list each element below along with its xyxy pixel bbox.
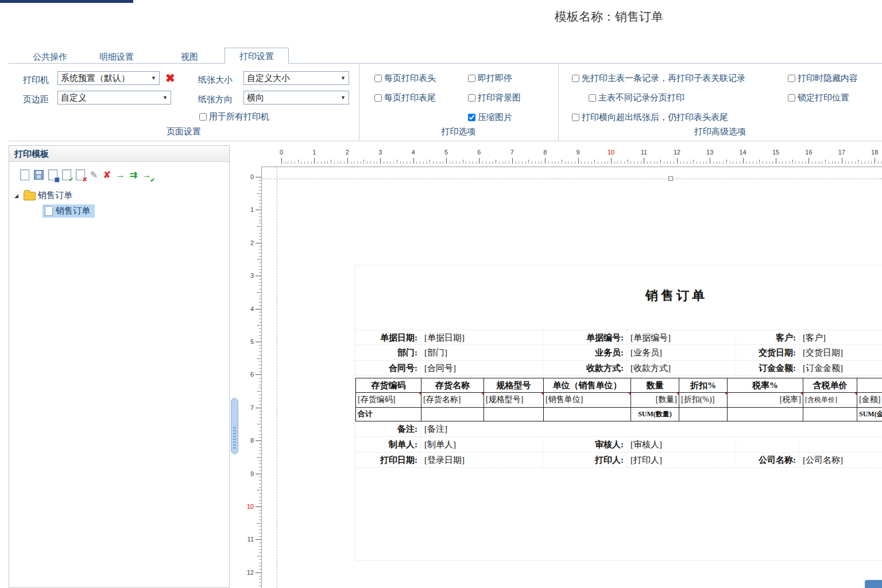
doc-field-value[interactable]: [收款方式] (627, 361, 736, 376)
enable-template-icon[interactable]: ✔ (62, 169, 71, 180)
doc-table-header-cell[interactable]: 税率% (728, 378, 803, 393)
doc-table-header-cell[interactable]: 含税单价 (803, 378, 857, 393)
import-template-icon[interactable]: → (115, 169, 126, 180)
tab-detail-settings[interactable]: 明细设置 (99, 52, 134, 63)
doc-field-value[interactable]: [单据日期] (421, 330, 543, 345)
doc-field-label[interactable]: 审核人: (543, 437, 627, 452)
doc-table-header-cell[interactable]: 存货编码 (356, 378, 421, 393)
doc-table-field-cell[interactable]: [折扣(%)] (679, 393, 728, 408)
doc-field-value[interactable]: [单据编号] (627, 330, 736, 345)
doc-field-label[interactable]: 单据日期: (355, 330, 421, 345)
doc-table-field-cell[interactable]: [数量] (631, 393, 679, 408)
doc-field-value[interactable]: [部门] (421, 345, 543, 361)
report-design-icon[interactable]: ▦ (48, 169, 57, 180)
doc-field-value[interactable]: [备注] (421, 421, 882, 437)
doc-field-label[interactable]: 客户: (736, 330, 799, 345)
checkbox-input[interactable] (572, 114, 579, 121)
doc-table-header-cell[interactable]: 单位（销售单位） (544, 378, 631, 393)
doc-table-field-cell[interactable]: [存货名称] (421, 393, 484, 408)
checkbox-print-footer-every-page[interactable]: 每页打印表尾 (374, 92, 436, 103)
tree-folder-row[interactable]: ◢ 销售订单 (9, 188, 229, 203)
panel-splitter-handle[interactable] (231, 398, 238, 454)
disable-template-icon[interactable]: ✘ (76, 169, 85, 180)
doc-field-label[interactable]: 部门: (355, 345, 421, 361)
doc-table-field-cell[interactable]: [存货编码] (356, 393, 421, 408)
doc-table-header-cell[interactable]: 存货名称 (421, 378, 484, 393)
tab-print-settings[interactable]: 打印设置 (225, 48, 289, 64)
checkbox-all-printers[interactable]: 用于所有打印机 (199, 111, 269, 122)
tree-item-row-selected[interactable]: 销售订单 (9, 203, 229, 218)
doc-field-label[interactable]: 交货日期: (736, 345, 799, 361)
checkbox-all-printers-input[interactable] (199, 113, 207, 121)
doc-table-sum-cell[interactable]: SUM(金额) (857, 408, 882, 421)
doc-field-value[interactable]: [客户] (799, 330, 882, 345)
doc-table-field-cell[interactable]: [含税单价] (803, 393, 857, 408)
printer-select[interactable]: 系统预置（默认） ▼ (57, 71, 160, 85)
doc-field-label[interactable]: 合同号: (355, 361, 421, 376)
doc-table-sum-cell[interactable]: 合计 (356, 408, 421, 421)
checkbox-input[interactable] (589, 94, 596, 102)
doc-table-field-cell[interactable]: [税率] (728, 393, 803, 408)
tab-view[interactable]: 视图 (181, 52, 198, 63)
new-template-icon[interactable] (20, 169, 29, 180)
page-width-handle[interactable] (668, 176, 673, 181)
checkbox-input[interactable] (468, 114, 475, 121)
tree-expander-icon[interactable]: ◢ (14, 193, 21, 199)
doc-table-header-cell[interactable]: 折扣% (679, 378, 728, 393)
export-template-icon[interactable]: ⇉ (128, 169, 139, 180)
checkbox-input[interactable] (468, 94, 475, 102)
checkbox-horizontal-overflow-keep-header[interactable]: 打印横向超出纸张后，仍打印表头表尾 (572, 112, 728, 123)
doc-field-label[interactable]: 公司名称: (736, 452, 799, 468)
checkbox-print-header-every-page[interactable]: 每页打印表头 (374, 73, 436, 84)
doc-field-value[interactable]: [审核人] (627, 437, 736, 452)
doc-table-sum-cell[interactable] (803, 408, 857, 421)
orientation-select[interactable]: 横向 ▼ (243, 91, 349, 105)
doc-field-label[interactable]: 收款方式: (543, 361, 627, 376)
doc-table-header-cell[interactable]: 金额 (857, 378, 882, 393)
paper-size-select[interactable]: 自定义大小 ▼ (243, 71, 349, 85)
doc-table-header-cell[interactable]: 数量 (631, 378, 679, 393)
checkbox-master-records-paginate[interactable]: 主表不同记录分页打印 (589, 92, 684, 103)
checkbox-input[interactable] (788, 94, 795, 102)
doc-table-sum-cell[interactable] (679, 408, 728, 421)
doc-table-sum-cell[interactable] (421, 408, 484, 421)
apply-template-icon[interactable]: →✔ (141, 169, 152, 180)
doc-field-label[interactable]: 打印日期: (355, 452, 421, 468)
doc-field-value[interactable]: [交货日期] (799, 345, 882, 361)
doc-table-sum-cell[interactable] (544, 408, 631, 421)
checkbox-input[interactable] (788, 75, 795, 82)
template-document[interactable]: 销售订单 单据日期:[单据日期]单据编号:[单据编号]客户:[客户]部门:[部门… (355, 265, 882, 561)
doc-field-value[interactable]: [合同号] (421, 361, 543, 376)
doc-field-value[interactable]: [登录日期] (421, 452, 543, 468)
checkbox-print-master-then-detail[interactable]: 先打印主表一条记录，再打印子表关联记录 (572, 73, 745, 84)
doc-table-field-cell[interactable]: [销售单位] (544, 393, 631, 408)
scrollbar-corner[interactable] (865, 580, 882, 588)
checkbox-compress-image[interactable]: 压缩图片 (468, 112, 512, 123)
doc-table-field-cell[interactable]: [规格型号] (484, 393, 544, 408)
doc-table-field-cell[interactable]: [金额] (857, 393, 882, 408)
delete-template-icon[interactable]: ✘ (102, 169, 113, 180)
doc-table-header-cell[interactable]: 规格型号 (484, 378, 544, 393)
doc-field-value[interactable]: [公司名称] (799, 452, 882, 468)
doc-table-sum-cell[interactable] (484, 408, 544, 421)
edit-template-icon[interactable]: ✎ (88, 169, 99, 180)
margin-select[interactable]: 自定义 ▼ (57, 91, 171, 105)
doc-field-value[interactable]: [业务员] (627, 345, 736, 361)
doc-field-label[interactable]: 业务员: (543, 345, 627, 361)
doc-title[interactable]: 销售订单 (355, 287, 882, 304)
checkbox-input[interactable] (468, 75, 475, 82)
doc-field-label[interactable]: 制单人: (355, 437, 421, 452)
doc-field-label[interactable]: 单据编号: (543, 330, 627, 345)
doc-field-value[interactable]: [制单人] (421, 437, 543, 452)
delete-printer-button[interactable]: ✖ (165, 71, 175, 85)
doc-field-label[interactable]: 订金金额: (736, 361, 799, 376)
checkbox-print-background[interactable]: 打印背景图 (468, 92, 521, 103)
doc-table-sum-cell[interactable] (728, 408, 803, 421)
checkbox-input[interactable] (572, 75, 579, 82)
template-page[interactable]: 销售订单 单据日期:[单据日期]单据编号:[单据编号]客户:[客户]部门:[部门… (261, 167, 882, 588)
doc-field-label[interactable] (736, 437, 799, 452)
checkbox-input[interactable] (374, 75, 382, 82)
checkbox-hide-content-when-print[interactable]: 打印时隐藏内容 (788, 73, 858, 84)
doc-field-value[interactable]: [订金金额] (799, 361, 882, 376)
save-template-icon[interactable] (34, 170, 44, 180)
